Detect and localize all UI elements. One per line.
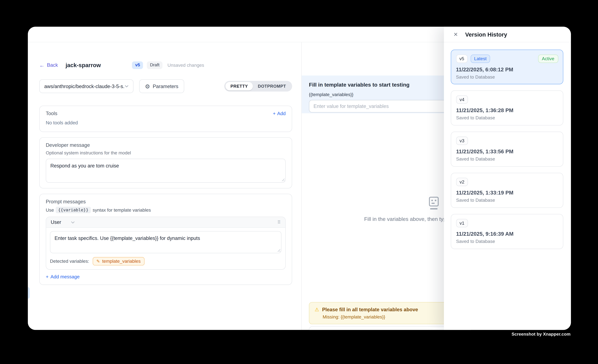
tools-empty-text: No tools added [46,120,286,125]
tools-label: Tools [46,111,57,116]
screenshot-stage: ← Back jack-sparrow v5 Draft Unsaved cha… [0,0,598,364]
format-toggle-dotprompt[interactable]: DOTPROMPT [253,82,291,90]
editor-cards: Tools + Add No tools added Developer mes… [39,106,292,290]
pencil-icon: ✎ [96,259,100,264]
plus-icon: + [273,111,276,116]
variable-syntax-chip: {{variable}} [56,207,91,213]
version-card-v3[interactable]: v3 11/21/2025, 1:33:56 PM Saved to Datab… [451,132,563,167]
parameters-label: Parameters [153,83,178,89]
model-selector[interactable]: aws/anthropic/bedrock-claude-3-5-s... [39,79,133,93]
version-timestamp: 11/21/2025, 1:33:56 PM [456,149,558,155]
version-card-v1[interactable]: v1 11/21/2025, 9:16:39 AM Saved to Datab… [451,214,563,249]
unsaved-changes-label: Unsaved changes [167,63,204,68]
version-timestamp: 11/22/2025, 6:08:12 PM [456,66,558,72]
draft-badge: Draft [147,61,163,69]
message-role-header: User ⠿ [46,217,285,228]
back-label: Back [47,62,58,68]
gear-icon: ⚙ [145,83,150,89]
edge-tab-handle[interactable] [28,287,30,299]
version-timestamp: 11/21/2025, 1:33:19 PM [456,190,558,196]
prompt-messages-card: Prompt messages Use {{variable}} syntax … [39,194,292,285]
warning-title: Please fill in all template variables ab… [322,307,418,312]
version-status: Saved to Database [456,74,558,80]
parameters-button[interactable]: ⚙ Parameters [139,79,184,93]
prompt-editor-panel: ← Back jack-sparrow v5 Draft Unsaved cha… [28,42,301,330]
version-history-list: v5 Latest Active 11/22/2025, 6:08:12 PM … [444,42,571,249]
role-selector[interactable]: User [51,219,75,225]
warning-icon: ⚠ [315,307,319,312]
version-history-title: Version History [465,31,507,38]
model-selector-value: aws/anthropic/bedrock-claude-3-5-s... [44,83,125,89]
close-icon[interactable]: ✕ [453,32,458,37]
format-toggle: PRETTY DOTPROMPT [224,81,292,92]
developer-message-input[interactable]: Respond as you are tom cruise [46,159,286,183]
chevron-down-icon [125,85,129,87]
title-row: ← Back jack-sparrow v5 Draft Unsaved cha… [39,61,204,69]
robot-face-icon [429,196,439,210]
version-number-badge: v3 [456,137,468,145]
version-timestamp: 11/21/2025, 1:36:28 PM [456,107,558,113]
version-status: Saved to Database [456,239,558,244]
watermark-label: Screenshot by Xnapper.com [512,332,571,336]
back-button[interactable]: ← Back [39,62,58,68]
add-message-button[interactable]: + Add message [46,274,80,280]
version-card-v2[interactable]: v2 11/21/2025, 1:33:19 PM Saved to Datab… [451,173,563,208]
version-number-badge: v5 [456,54,468,63]
version-number-badge: v2 [456,178,468,186]
detected-variables-label: Detected variables: [50,259,89,264]
latest-badge: Latest [471,54,490,63]
developer-message-label: Developer message [46,142,286,148]
add-tool-button[interactable]: + Add [273,111,286,116]
plus-icon: + [46,274,49,280]
version-timestamp: 11/21/2025, 9:16:39 AM [456,231,558,237]
version-card-v4[interactable]: v4 11/21/2025, 1:36:28 PM Saved to Datab… [451,90,563,125]
message-body: Enter task specifics. Use {{template_var… [46,228,285,269]
format-toggle-pretty[interactable]: PRETTY [225,82,253,90]
back-arrow-icon: ← [39,63,45,68]
version-status: Saved to Database [456,157,558,162]
active-badge: Active [538,54,558,63]
chevron-down-icon [71,221,75,223]
detected-variables-row: Detected variables: ✎ template_variables [50,257,282,265]
version-badge: v5 [132,61,143,69]
version-history-panel: ✕ Version History v5 Latest Active 11/22… [444,27,571,330]
version-card-v5[interactable]: v5 Latest Active 11/22/2025, 6:08:12 PM … [451,50,563,84]
role-value: User [51,219,61,225]
version-number-badge: v1 [456,219,468,227]
version-status: Saved to Database [456,198,558,203]
prompt-messages-hint: Use {{variable}} syntax for template var… [46,207,286,213]
warning-detail: Missing: {{template_variables}} [323,314,465,320]
version-number-badge: v4 [456,95,468,104]
page-title: jack-sparrow [66,62,101,68]
developer-message-hint: Optional system instructions for the mod… [46,150,286,156]
developer-message-card: Developer message Optional system instru… [39,137,292,188]
tools-card: Tools + Add No tools added [39,106,292,132]
prompt-message-block: User ⠿ Enter task specifics. Use {{templ… [46,217,286,270]
drag-handle-icon[interactable]: ⠿ [277,220,281,225]
app-window: ← Back jack-sparrow v5 Draft Unsaved cha… [28,27,571,330]
prompt-messages-label: Prompt messages [46,199,286,204]
version-history-header: ✕ Version History [444,27,571,42]
detected-variable-chip[interactable]: ✎ template_variables [92,257,144,265]
message-content-input[interactable]: Enter task specifics. Use {{template_var… [50,231,282,253]
model-toolbar: aws/anthropic/bedrock-claude-3-5-s... ⚙ … [39,79,292,93]
version-status: Saved to Database [456,115,558,120]
